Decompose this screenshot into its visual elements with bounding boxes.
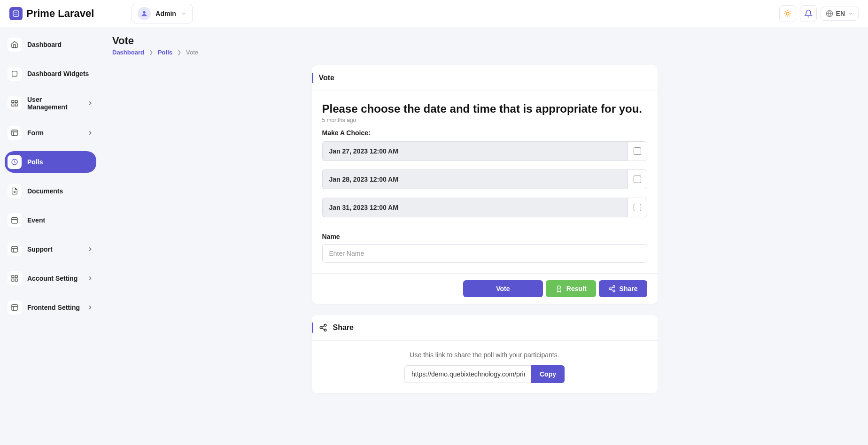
chevron-right-icon: ❯: [149, 49, 153, 55]
breadcrumb-dashboard[interactable]: Dashboard: [112, 49, 144, 56]
svg-rect-15: [12, 218, 17, 223]
layout-icon: [8, 242, 22, 256]
share-card: Share Use this link to share the poll wi…: [312, 315, 658, 393]
chevron-right-icon: [87, 130, 93, 136]
breadcrumb: Dashboard ❯ Polls ❯ Vote: [112, 49, 857, 56]
chevron-right-icon: [87, 304, 93, 311]
sidebar-item-label: Dashboard Widgets: [27, 70, 93, 77]
svg-rect-11: [12, 104, 14, 106]
sidebar-item-dashboard[interactable]: Dashboard: [5, 34, 96, 55]
svg-point-6: [786, 12, 789, 15]
chevron-right-icon: [87, 100, 93, 107]
svg-rect-0: [13, 11, 19, 16]
vote-card: Vote Please choose the date and time tha…: [312, 65, 658, 304]
svg-point-28: [324, 329, 326, 331]
svg-point-26: [324, 324, 326, 327]
vote-button[interactable]: Vote: [463, 280, 543, 297]
brand-name: Prime Laravel: [26, 8, 94, 20]
sidebar-item-label: Frontend Setting: [27, 304, 81, 311]
brand-logo[interactable]: Prime Laravel: [9, 7, 94, 20]
svg-point-22: [557, 286, 560, 289]
svg-point-4: [16, 14, 17, 15]
copy-button[interactable]: Copy: [531, 365, 565, 383]
accent-bar: [312, 322, 313, 333]
sidebar-item-dashboard-widgets[interactable]: Dashboard Widgets: [5, 63, 96, 84]
svg-rect-21: [12, 305, 17, 310]
svg-point-27: [320, 327, 322, 329]
polls-icon: [8, 155, 22, 169]
choice-row: Jan 31, 2023 12:00 AM: [322, 198, 647, 217]
poll-age: 5 months ago: [322, 117, 647, 123]
sidebar-item-user-management[interactable]: User Management: [5, 92, 96, 115]
name-label: Name: [322, 233, 647, 240]
sidebar-item-label: Account Setting: [27, 275, 81, 282]
svg-point-2: [16, 12, 17, 13]
layout-icon: [8, 126, 22, 140]
choice-checkbox[interactable]: [634, 176, 641, 183]
sidebar-item-label: Polls: [27, 158, 93, 166]
sidebar-item-label: Documents: [27, 187, 93, 195]
svg-rect-18: [15, 276, 17, 278]
choice-row: Jan 27, 2023 12:00 AM: [322, 141, 647, 161]
svg-rect-9: [12, 100, 14, 103]
language-label: EN: [836, 10, 845, 17]
choice-row: Jan 28, 2023 12:00 AM: [322, 169, 647, 189]
globe-icon: [826, 10, 833, 17]
breadcrumb-current: Vote: [186, 49, 198, 56]
svg-rect-8: [12, 71, 17, 77]
sidebar-item-documents[interactable]: Documents: [5, 180, 96, 202]
avatar-icon: [138, 7, 151, 20]
sidebar-item-polls[interactable]: Polls: [5, 151, 96, 173]
sidebar-item-label: Event: [27, 216, 93, 224]
share-hint: Use this link to share the poll with you…: [322, 351, 647, 359]
svg-rect-10: [15, 100, 17, 103]
notifications-button[interactable]: [800, 5, 817, 22]
layout-icon: [8, 300, 22, 315]
choice-checkbox[interactable]: [634, 147, 641, 155]
choice-label: Jan 31, 2023 12:00 AM: [322, 198, 628, 217]
svg-point-5: [143, 11, 146, 14]
grid-icon: [8, 271, 22, 285]
chevron-right-icon: [87, 246, 93, 253]
sidebar-item-account-setting[interactable]: Account Setting: [5, 268, 96, 289]
svg-rect-17: [12, 276, 14, 278]
svg-point-3: [15, 14, 16, 15]
chevron-right-icon: ❯: [177, 49, 181, 55]
svg-point-24: [609, 288, 611, 290]
file-icon: [8, 184, 22, 198]
name-input[interactable]: [322, 244, 647, 263]
chevron-down-icon: [181, 11, 186, 16]
share-icon: [608, 285, 616, 292]
award-icon: [555, 285, 563, 292]
language-selector[interactable]: EN: [821, 7, 859, 21]
sidebar-item-frontend-setting[interactable]: Frontend Setting: [5, 297, 96, 318]
result-button[interactable]: Result: [546, 280, 596, 297]
share-url-input[interactable]: [404, 365, 531, 383]
svg-rect-19: [12, 279, 14, 281]
sidebar: Dashboard Dashboard Widgets User Managem…: [0, 27, 101, 445]
breadcrumb-polls[interactable]: Polls: [158, 49, 172, 56]
choice-label: Jan 27, 2023 12:00 AM: [322, 141, 628, 161]
svg-rect-13: [12, 130, 17, 136]
accent-bar: [312, 73, 313, 83]
share-card-title: Share: [333, 323, 354, 332]
vote-card-title: Vote: [319, 74, 334, 82]
sidebar-item-support[interactable]: Support: [5, 238, 96, 260]
share-button[interactable]: Share: [599, 280, 647, 297]
theme-toggle[interactable]: [779, 5, 796, 22]
sidebar-item-event[interactable]: Event: [5, 209, 96, 231]
make-choice-label: Make A Choice:: [322, 129, 647, 137]
choice-checkbox[interactable]: [634, 204, 641, 211]
sidebar-item-label: Support: [27, 246, 81, 253]
svg-rect-20: [15, 279, 17, 281]
svg-point-23: [613, 286, 615, 288]
svg-rect-16: [12, 246, 17, 252]
sidebar-item-label: User Management: [27, 96, 81, 111]
svg-rect-12: [15, 104, 17, 106]
bell-icon: [804, 9, 813, 18]
share-icon: [319, 323, 327, 332]
page-title: Vote: [112, 35, 857, 47]
sidebar-item-form[interactable]: Form: [5, 122, 96, 144]
user-menu[interactable]: Admin: [132, 4, 193, 23]
user-name: Admin: [155, 10, 176, 17]
